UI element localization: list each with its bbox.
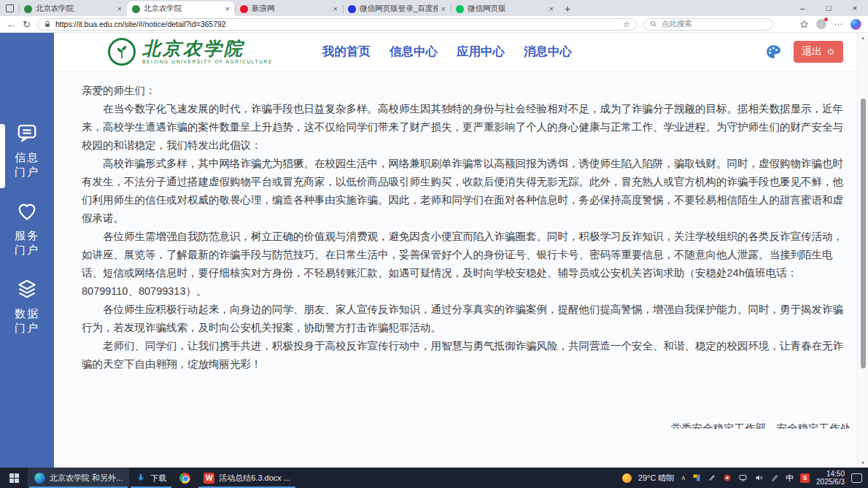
nav-info-center[interactable]: 信息中心 — [390, 44, 438, 60]
edge-icon — [34, 473, 45, 484]
taskbar-chrome[interactable] — [173, 468, 197, 488]
portal-nav: 我的首页 信息中心 应用中心 消息中心 — [322, 44, 572, 60]
back-button[interactable]: ← — [7, 20, 16, 29]
scroll-up-icon[interactable]: ▲ — [858, 35, 868, 40]
clock-date: 2025/6/3 — [816, 478, 845, 487]
tray-security-icon[interactable] — [723, 473, 732, 482]
start-button[interactable] — [0, 468, 28, 488]
bookmark-star-icon[interactable]: ☆ — [623, 20, 630, 29]
browser-tab-1[interactable]: 北京农学院 × — [19, 1, 127, 16]
tab-close-icon[interactable]: × — [225, 5, 230, 13]
layers-icon — [16, 278, 38, 300]
notice-salutation: 亲爱的师生们： — [82, 82, 850, 100]
toolbar-icons: ⋯ — [799, 19, 861, 30]
tab-close-icon[interactable]: × — [333, 5, 338, 13]
wps-icon: W — [204, 473, 214, 484]
tray-s-icon[interactable]: S — [800, 473, 810, 483]
nav-my-home[interactable]: 我的首页 — [322, 44, 371, 60]
power-icon — [826, 47, 835, 56]
sidebar-item-label: 服务门户 — [14, 228, 40, 257]
nav-message-center[interactable]: 消息中心 — [524, 44, 572, 60]
copilot-icon[interactable] — [850, 19, 861, 30]
tab-close-icon[interactable]: × — [549, 5, 554, 13]
tab-title: 新浪网 — [252, 4, 330, 14]
tab-close-icon[interactable]: × — [441, 5, 446, 13]
maximize-button[interactable]: □ — [815, 0, 842, 16]
refresh-button[interactable]: ↻ — [23, 20, 31, 29]
notice-paragraph: 高校诈骗形式多样，其中网络诈骗尤为猖獗。在校园生活中，网络兼职刷单诈骗常以高额回… — [82, 155, 850, 228]
notice-body: 亲爱的师生们： 在当今数字化飞速发展的时代，诈骗手段也日益复杂多样。高校师生因其… — [54, 71, 868, 429]
tab-title: 北京农学院 — [36, 4, 114, 14]
taskbar-wps-document[interactable]: W 活动总结6.3.docx ... — [197, 468, 297, 488]
clock-time: 14:50 — [816, 470, 845, 479]
sidebar-item-service-portal[interactable]: 服务门户 — [14, 200, 40, 257]
active-item-indicator — [0, 124, 5, 188]
tab-close-icon[interactable]: × — [117, 5, 122, 13]
browser-tab-4[interactable]: 微信网页版登录_百度搜索 × — [343, 1, 451, 16]
search-icon — [650, 20, 657, 28]
portal-main: 北京农学院 BEIJING UNIVERSITY OF AGRICULTURE … — [54, 33, 868, 468]
minimize-button[interactable]: – — [789, 0, 815, 16]
browser-tab-2-active[interactable]: 北京农学院 × — [127, 1, 235, 16]
signature-line: 党委安全稳定工作部、安全稳定工作处 — [82, 419, 850, 429]
lock-icon — [44, 20, 51, 28]
university-name-en: BEIJING UNIVERSITY OF AGRICULTURE — [142, 59, 273, 64]
portal-sidebar: 信息门户 服务门户 数据门户 — [0, 33, 54, 468]
nav-app-center[interactable]: 应用中心 — [457, 44, 505, 60]
taskbar-downloads-window[interactable]: 下载 — [129, 468, 173, 488]
university-logo-emblem — [108, 38, 136, 66]
weather-icon[interactable] — [622, 473, 632, 483]
bua-favicon — [132, 5, 140, 13]
heart-icon — [16, 200, 38, 222]
close-button[interactable]: × — [842, 0, 868, 16]
search-placeholder: 点此搜索 — [662, 19, 692, 29]
sidebar-item-data-portal[interactable]: 数据门户 — [14, 278, 40, 336]
window-controls: – □ × — [789, 0, 868, 16]
browser-tab-3[interactable]: 新浪网 × — [235, 1, 343, 16]
menu-icon[interactable]: ⋯ — [834, 19, 843, 29]
tab-actions-icon — [6, 4, 14, 12]
portal-header: 北京农学院 BEIJING UNIVERSITY OF AGRICULTURE … — [54, 33, 868, 71]
chrome-icon — [179, 473, 190, 484]
new-tab-button[interactable]: + — [559, 1, 576, 16]
logout-button[interactable]: 退出 — [794, 41, 843, 63]
university-name-cn: 北京农学院 — [142, 39, 273, 58]
tray-brush-icon[interactable] — [708, 473, 716, 482]
theme-palette-icon[interactable] — [764, 43, 782, 61]
tray-app-icon[interactable] — [692, 473, 701, 482]
hidden-icons-chevron[interactable]: ∧ — [681, 474, 686, 481]
browser-tab-5[interactable]: 微信网页版 × — [451, 1, 559, 16]
network-icon[interactable] — [738, 473, 748, 482]
taskbar-edge-window[interactable]: 北京农学院 和另外... — [28, 468, 129, 488]
system-tray: 29°C 晴朗 ∧ 中 S 14:50 2025/6/3 — [622, 470, 868, 487]
profile-avatar[interactable] — [816, 19, 826, 29]
ime-indicator[interactable]: 中 — [786, 473, 794, 484]
speaker-icon[interactable] — [754, 473, 764, 482]
tab-title: 微信网页版登录_百度搜索 — [360, 4, 438, 14]
browser-tab-strip: 北京农学院 × 北京农学院 × 新浪网 × 微信网页版登录_百度搜索 × 微信网… — [0, 0, 868, 16]
header-right: 退出 — [764, 41, 843, 63]
scroll-down-icon[interactable]: ▼ — [858, 460, 868, 465]
address-bar[interactable]: https://it.bua.edu.cn/site/#/notice/deta… — [37, 18, 637, 31]
favorites-icon[interactable] — [799, 20, 809, 29]
notice-signatures: 党委安全稳定工作部、安全稳定工作处 党委学生工作部、党委武装部、学生处 共青团北… — [82, 419, 850, 429]
browser-toolbar: ← ↻ https://it.bua.edu.cn/site/#/notice/… — [0, 16, 868, 33]
windows-logo-icon — [9, 473, 19, 483]
scrollbar-thumb[interactable] — [861, 98, 866, 368]
sidebar-item-label: 信息门户 — [14, 150, 40, 179]
tab-title: 微信网页版 — [468, 4, 546, 14]
pen-icon[interactable] — [770, 473, 779, 482]
notice-paragraph: 老师们、同学们，让我们携手共进，积极投身于高校反诈宣传行动中，用智慧与勇气抵御诈… — [82, 337, 850, 373]
download-arrow-icon — [136, 473, 146, 483]
notification-center-icon[interactable] — [851, 473, 862, 483]
page-scrollbar[interactable]: ▲ ▼ — [857, 33, 868, 468]
weather-text[interactable]: 29°C 晴朗 — [638, 473, 675, 484]
taskbar-clock[interactable]: 14:50 2025/6/3 — [816, 470, 845, 487]
wechat-favicon — [456, 5, 464, 13]
sidebar-item-info-portal[interactable]: 信息门户 — [14, 122, 40, 179]
baidu-favicon — [348, 5, 356, 13]
tab-actions-button[interactable] — [0, 0, 19, 16]
taskbar-item-label: 活动总结6.3.docx ... — [219, 473, 290, 484]
notice-paragraph: 各位师生需增强自我防范意识，树立正确的价值观与消费观，避免因贪小便宜而陷入诈骗圈… — [82, 228, 850, 301]
toolbar-search[interactable]: 点此搜索 — [643, 18, 773, 31]
